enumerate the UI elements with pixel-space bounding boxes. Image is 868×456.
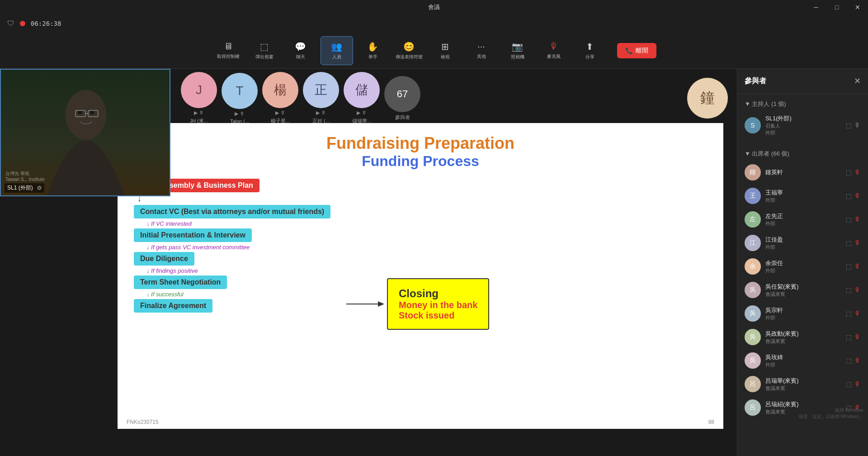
- sidebar-attendee-7: 吳 吳政動(來賓) 會議來賓 ⬚ 🎙: [745, 325, 861, 349]
- condition-successful: ↓ If successful: [134, 289, 184, 299]
- participant-J[interactable]: J ▶ 🎙 JH (來...: [181, 72, 217, 124]
- attendee-video-icon-1: ⬚: [846, 192, 852, 200]
- flow-steps: Team Assembly & Business Plan ↓ Contact …: [134, 179, 330, 313]
- avatar-zheng: 正: [303, 72, 339, 108]
- attendee-icons-7: ⬚ 🎙: [846, 333, 861, 341]
- attendee-role-6: 外部: [765, 314, 841, 321]
- attendee-avatar-3: 江: [745, 235, 761, 251]
- window-title: 會議: [428, 3, 440, 11]
- sidebar-attendee-5: 吳 吳任絜(來賓) 會議來賓 ⬚ 🎙: [745, 278, 861, 302]
- attendee-mic-icon-8: 🎙: [854, 357, 861, 364]
- attendee-info-2: 左先正 外部: [765, 212, 841, 227]
- attendee-icons-0: ⬚ 🎙: [846, 169, 861, 176]
- close-button[interactable]: ✕: [847, 0, 868, 14]
- attendee-mic-icon-2: 🎙: [854, 216, 861, 223]
- collapse-icon: ▼: [745, 100, 752, 107]
- camera-icon: 📷: [512, 41, 523, 52]
- sidebar-attendee-8: 吳 吳玫綺 外部 ⬚ 🎙: [745, 349, 861, 372]
- attendee-video-icon-7: ⬚: [846, 333, 852, 341]
- host-section-title: ▼ 主持人 (1 個): [745, 97, 861, 111]
- attendee-video-icon-3: ⬚: [846, 239, 852, 247]
- share-icon: ⬆: [586, 41, 594, 52]
- leave-button[interactable]: 📞 離開: [617, 43, 656, 58]
- sidebar-host: S SL1(外部) 召集人 外部 ⬚ 🎙: [745, 111, 861, 140]
- slide-footer-left: FNKo230715: [127, 419, 159, 425]
- attendee-info-6: 吳宗軒 外部: [765, 306, 841, 321]
- attendees-section-title: ▼ 出席者 (66 個): [745, 147, 861, 161]
- participant-count[interactable]: 67 參與者: [384, 76, 420, 121]
- avatar-icons-zheng: ▶ 🎙: [316, 110, 326, 116]
- condition-vc: ↓ If VC interested: [134, 218, 192, 228]
- participant-zheng[interactable]: 正 ▶ 🎙 正好 (...: [303, 72, 339, 124]
- sidebar-host-section: ▼ 主持人 (1 個) S SL1(外部) 召集人 外部 ⬚ 🎙: [737, 94, 868, 143]
- reaction-icon: 😊: [403, 41, 415, 52]
- host-role1: 召集人: [765, 123, 841, 129]
- attendee-role-1: 外部: [765, 197, 841, 204]
- video-icon-chu: ▶: [357, 110, 360, 116]
- svg-marker-8: [378, 301, 384, 307]
- toolbar-screen-share[interactable]: 🖥 取得控制權: [212, 36, 245, 65]
- host-info: SL1(外部) 召集人 外部: [765, 114, 841, 136]
- mic-icon: 🎙: [549, 41, 558, 52]
- sidebar-close-button[interactable]: ✕: [854, 76, 861, 86]
- host-video-icon: ⬚: [846, 122, 852, 129]
- attendee-mic-icon-6: 🎙: [854, 310, 861, 317]
- step-due-diligence: Due Diligence: [134, 252, 194, 266]
- minimize-button[interactable]: ─: [806, 0, 826, 14]
- toolbar-share[interactable]: ⬆ 分享: [574, 36, 606, 65]
- svg-point-3: [90, 111, 94, 114]
- camera-off-icon: ⊙: [37, 185, 42, 191]
- attendee-info-7: 吳政動(來賓) 會議來賓: [765, 330, 841, 345]
- svg-point-2: [78, 111, 82, 114]
- attendee-icons-2: ⬚ 🎙: [846, 216, 861, 223]
- toolbar-mic[interactable]: 🎙 麥克風: [538, 36, 570, 65]
- toolbar-raise-hand[interactable]: ✋ 舉手: [357, 36, 389, 65]
- windows-activation: 啟用 Windows 移至「設定」以啟用 Windows。: [799, 407, 863, 420]
- sidebar-attendee-1: 王 王福寧 外部 ⬚ 🎙: [745, 184, 861, 208]
- shield-icon: 🛡: [7, 19, 14, 28]
- participant-T[interactable]: T ▶ 🎙 Talon (...: [222, 73, 258, 124]
- apps-icon: ⊞: [441, 41, 449, 52]
- participant-chu[interactable]: 儲 ▶ 🎙 儲瑞華...: [344, 72, 380, 124]
- mic-icon-zheng: 🎙: [321, 110, 326, 116]
- attendee-icons-8: ⬚ 🎙: [846, 357, 861, 364]
- video-icon-zheng: ▶: [316, 110, 320, 116]
- attendee-avatar-8: 吳: [745, 352, 761, 369]
- attendee-icons-4: ⬚ 🎙: [846, 263, 861, 270]
- raise-hand-label: 舉手: [368, 54, 377, 60]
- slide-area: Fundraising Preparation Funding Process …: [118, 123, 723, 429]
- avatar-yang: 楊: [262, 72, 298, 108]
- attendee-avatar-4: 余: [745, 258, 761, 275]
- participant-yang[interactable]: 楊 ▶ 🎙 楊子昱...: [262, 72, 298, 124]
- attendee-mic-icon-4: 🎙: [854, 263, 861, 270]
- participants-label: 人員: [332, 54, 341, 60]
- attendee-mic-icon-3: 🎙: [854, 239, 861, 247]
- restore-button[interactable]: □: [826, 0, 847, 14]
- toolbar-popup-view[interactable]: ⬚ 彈出視窗: [248, 36, 281, 65]
- avatar-bell: 鐘: [687, 78, 728, 119]
- participant-bell: 鐘: [687, 78, 728, 119]
- attendee-info-4: 余崇任 外部: [765, 259, 841, 274]
- attendee-role-5: 會議來賓: [765, 291, 841, 298]
- attendee-mic-icon-1: 🎙: [854, 192, 861, 200]
- attendee-name-3: 江佳盈: [765, 236, 841, 244]
- toolbar-participants[interactable]: 👥 人員: [321, 36, 353, 65]
- reaction-label: 傳送表情符號: [396, 54, 423, 60]
- elapsed-time: 06:26:38: [31, 20, 61, 27]
- toolbar-chat[interactable]: 💬 聊天: [284, 36, 317, 65]
- closing-arrow-svg: [346, 290, 387, 318]
- slide-title-sub: Funding Process: [134, 153, 707, 170]
- toolbar-camera[interactable]: 📷 照相機: [501, 36, 534, 65]
- toolbar-more[interactable]: ··· 其他: [465, 36, 498, 65]
- sidebar-attendee-9: 呂 呂瑞華(來賓) 會議來賓 ⬚ 🎙: [745, 372, 861, 396]
- toolbar-apps[interactable]: ⊞ 檢視: [429, 36, 462, 65]
- avatar-T: T: [222, 73, 258, 109]
- avatar-icons-chu: ▶ 🎙: [357, 110, 367, 116]
- closing-stock: Stock issued: [399, 310, 477, 321]
- attendee-role-3: 外部: [765, 244, 841, 251]
- toolbar-reaction[interactable]: 😊 傳送表情符號: [393, 36, 425, 65]
- popup-view-icon: ⬚: [260, 41, 269, 52]
- avatar-chu: 儲: [344, 72, 380, 108]
- closing-box: Closing Money in the bank Stock issued: [387, 278, 489, 330]
- video-feed: 台灣光 學苑Taiwan S... Institute: [1, 70, 170, 195]
